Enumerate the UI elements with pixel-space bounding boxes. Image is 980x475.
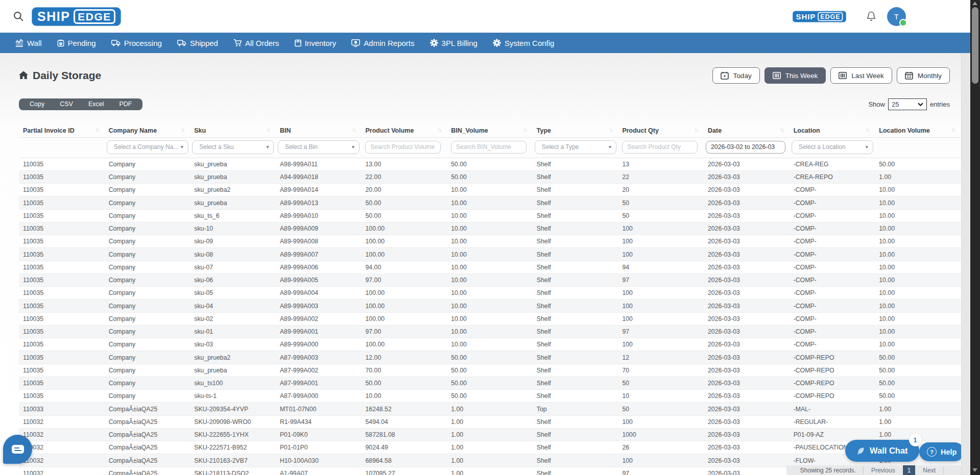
table-row[interactable]: 110035Companysku_pruebaA98-999A01113.005… <box>19 158 961 170</box>
user-avatar[interactable]: T <box>887 7 906 26</box>
range-button-label: This Week <box>785 72 818 80</box>
nav-item-processing[interactable]: Processing <box>111 39 162 47</box>
current-page-button[interactable]: 1 <box>903 465 916 475</box>
scroll-up-arrow[interactable] <box>972 2 977 5</box>
scroll-down-arrow[interactable] <box>972 468 977 472</box>
table-row[interactable]: 110035Companysku_pruebaA94-999A01822.005… <box>19 170 961 183</box>
table-row[interactable]: 110035Companysku-10A89-999A009100.0010.0… <box>19 222 961 235</box>
nav-item-pending[interactable]: Pending <box>57 39 96 47</box>
column-header-partial-invoice-id[interactable]: Partial Invoice ID↑↓ <box>19 124 105 137</box>
filter-bin[interactable]: Select a Bin▾ <box>278 140 360 154</box>
wall-chat-button[interactable]: Wall Chat 1 <box>845 440 919 462</box>
sort-icon[interactable]: ↑↓ <box>181 127 187 133</box>
next-page-button[interactable]: Next <box>915 467 944 474</box>
column-header-product-volume[interactable]: Product Volume↑↓ <box>362 124 447 137</box>
search-icon[interactable] <box>13 11 23 21</box>
entries-select[interactable]: 25 <box>888 98 927 110</box>
table-row[interactable]: 110035Companysku_pruebaA89-999A01350.001… <box>19 196 961 209</box>
nav-item-admin-reports[interactable]: Admin Reports <box>351 39 414 47</box>
filter-sku[interactable]: Select a Sku▾ <box>192 140 274 154</box>
table-row[interactable]: 110035Companysku-ts-1A87-999A00010.0050.… <box>19 390 961 403</box>
table-cell: 100.00 <box>362 248 447 261</box>
table-row[interactable]: 110035Companysku-03A89-999A000100.0010.0… <box>19 338 961 351</box>
sort-icon[interactable]: ↑↓ <box>523 127 530 133</box>
table-row[interactable]: 110035Companysku_ts100A87-999A00150.0050… <box>19 377 961 389</box>
column-header-location[interactable]: Location↑↓ <box>790 124 875 137</box>
table-cell: sku_ts100 <box>190 377 276 389</box>
column-header-company-name[interactable]: Company Name↑↓ <box>105 124 190 137</box>
sort-icon[interactable]: ↑↓ <box>780 127 786 133</box>
vertical-scrollbar[interactable] <box>970 0 980 475</box>
table-cell: A87-999A000 <box>276 390 362 403</box>
sort-icon[interactable]: ↑↓ <box>866 127 872 133</box>
table-row[interactable]: 110035Companysku-01A89-999A00197.0010.00… <box>19 325 961 338</box>
column-header-bin-volume[interactable]: BIN_Volume↑↓ <box>447 124 533 137</box>
export-button-pdf[interactable]: PDF <box>111 98 139 110</box>
table-row[interactable]: 110035Companysku-02A89-999A002100.0010.0… <box>19 312 961 325</box>
table-cell: 10.00 <box>447 338 533 351</box>
sort-icon[interactable]: ↑↓ <box>352 127 358 133</box>
sort-icon[interactable]: ↑↓ <box>951 127 958 133</box>
nav-item-3pl-billing[interactable]: 3PL Billing <box>430 39 477 47</box>
cart-icon <box>233 39 242 47</box>
table-row[interactable]: 110035Companysku_prueba2A87-999A00312.00… <box>19 351 961 364</box>
table-row[interactable]: 110035Companysku-04A89-999A003100.0010.0… <box>19 299 961 312</box>
column-header-type[interactable]: Type↑↓ <box>533 124 618 137</box>
filter-bin-volume[interactable] <box>451 141 527 154</box>
sort-icon[interactable]: ↑↓ <box>609 127 615 133</box>
table-row[interactable]: 110035Companysku-06A89-999A00597.0010.00… <box>19 273 961 286</box>
table-cell: Company <box>105 351 190 364</box>
nav-item-inventory[interactable]: Inventory <box>295 39 337 47</box>
filter-product-qty[interactable] <box>622 141 698 154</box>
brand-logo[interactable]: SHIPEDGE <box>32 7 121 26</box>
table-row[interactable]: 110032CompaÃ±iaQA25SKU-222655-1YHXP01-09… <box>19 428 961 441</box>
table-row[interactable]: 110032CompaÃ±iaQA25SKU-222571-B952P01-01… <box>19 441 961 454</box>
export-button-copy[interactable]: Copy <box>22 98 52 110</box>
export-button-csv[interactable]: CSV <box>52 98 81 110</box>
table-row[interactable]: 110035Companysku-09A89-999A008100.0010.0… <box>19 235 961 248</box>
export-button-excel[interactable]: Excel <box>81 98 112 110</box>
nav-item-wall[interactable]: Wall <box>15 39 42 47</box>
table-row[interactable]: 110032CompaÃ±iaQA25SKU-209098-WRO0R1-99A… <box>19 415 961 428</box>
table-cell: 50.00 <box>447 377 533 389</box>
range-button-today[interactable]: Today <box>712 67 760 84</box>
table-cell: 13 <box>618 158 704 170</box>
table-row[interactable]: 110035Companysku_ts_6A89-999A01050.0010.… <box>19 209 961 222</box>
nav-item-shipped[interactable]: Shipped <box>177 39 218 47</box>
help-button[interactable]: ? Help <box>919 442 964 461</box>
sort-icon[interactable]: ↑↓ <box>95 127 102 133</box>
table-row[interactable]: 110035Companysku_pruebaA87-999A00270.005… <box>19 364 961 377</box>
table-row[interactable]: 110035Companysku-08A89-999A007100.0010.0… <box>19 248 961 261</box>
range-button-this-week[interactable]: This Week <box>764 67 826 84</box>
filter-date[interactable] <box>706 141 785 154</box>
table-cell: A98-999A011 <box>276 158 362 170</box>
range-button-last-week[interactable]: Last Week <box>830 67 892 84</box>
filter-location[interactable]: Select a Location▾ <box>792 140 873 154</box>
bell-icon[interactable] <box>867 11 876 21</box>
range-button-monthly[interactable]: Monthly <box>897 67 950 84</box>
column-header-sku[interactable]: Sku↑↓ <box>190 124 276 137</box>
sort-icon[interactable]: ↑↓ <box>266 127 273 133</box>
scrollbar-thumb[interactable] <box>972 7 978 84</box>
filter-type[interactable]: Select a Type▾ <box>535 140 616 154</box>
column-header-date[interactable]: Date↑↓ <box>704 124 790 137</box>
table-row[interactable]: 110035Companysku-07A89-999A00694.0010.00… <box>19 261 961 273</box>
filter-company-name[interactable]: Select a Company Na...▾ <box>107 140 188 154</box>
column-header-product-qty[interactable]: Product Qty↑↓ <box>618 124 704 137</box>
nav-item-system-config[interactable]: System Config <box>493 39 555 47</box>
table-cell: Shelf <box>533 248 618 261</box>
table-cell: 50.00 <box>362 377 447 389</box>
previous-page-button[interactable]: Previous <box>864 467 903 474</box>
table-row[interactable]: 110035Companysku_prueba2A89-999A01420.00… <box>19 184 961 196</box>
nav-item-all-orders[interactable]: All Orders <box>233 39 279 47</box>
chat-bubble-button[interactable] <box>3 435 32 464</box>
column-header-location-volume[interactable]: Location Volume↑↓ <box>875 124 961 137</box>
table-row[interactable]: 110033CompaÃ±iaQA25SKU-209354-4YVPMT01-0… <box>19 403 961 415</box>
sort-icon[interactable]: ↑↓ <box>438 127 444 133</box>
table-cell: SKU-210163-2VB7 <box>190 454 276 467</box>
filter-product-volume[interactable] <box>365 141 441 154</box>
table-row[interactable]: 110035Companysku-05A89-999A004100.0010.0… <box>19 287 961 299</box>
table-cell: 100.00 <box>362 312 447 325</box>
sort-icon[interactable]: ↑↓ <box>695 127 701 133</box>
column-header-bin[interactable]: BIN↑↓ <box>276 124 362 137</box>
